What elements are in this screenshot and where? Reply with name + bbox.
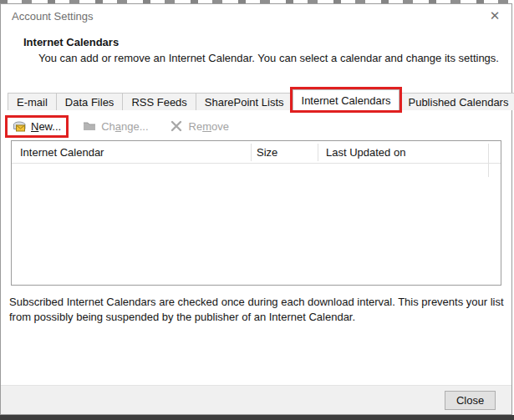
toolbar: New... Change... Remove: [8, 115, 234, 137]
dialog-footer: Close: [1, 385, 511, 414]
new-calendar-icon: [13, 120, 27, 133]
remove-x-icon: [170, 120, 185, 133]
background-bottom-strip: [0, 415, 514, 420]
tab-internet-calendars[interactable]: Internet Calendars: [293, 89, 400, 110]
tab-strip: E-mail Data Files RSS Feeds SharePoint L…: [8, 89, 506, 110]
remove-button-label: Remove: [189, 120, 229, 133]
tab-rss-feeds[interactable]: RSS Feeds: [122, 93, 196, 110]
column-header-size[interactable]: Size: [257, 146, 277, 159]
column-header-last-updated[interactable]: Last Updated on: [326, 146, 405, 159]
account-settings-dialog: Account Settings ✕ Internet Calendars Yo…: [0, 3, 512, 415]
column-divider: [488, 144, 489, 177]
subscription-note: Subscribed Internet Calendars are checke…: [9, 295, 506, 326]
list-header: Internet Calendar Size Last Updated on: [12, 141, 501, 164]
internet-calendars-list[interactable]: Internet Calendar Size Last Updated on: [11, 140, 501, 286]
title-bar: Account Settings ✕: [1, 4, 511, 26]
page-title: Internet Calendars: [23, 36, 119, 48]
tab-email[interactable]: E-mail: [8, 93, 57, 110]
tab-data-files[interactable]: Data Files: [56, 93, 124, 110]
new-button[interactable]: New...: [8, 118, 66, 135]
change-button-label: Change...: [101, 120, 148, 133]
page-description: You can add or remove an Internet Calend…: [38, 52, 499, 64]
change-button: Change...: [78, 118, 153, 135]
new-button-label: New...: [31, 120, 61, 133]
column-divider: [251, 144, 252, 161]
change-folder-icon: [83, 120, 97, 133]
column-header-internet-calendar[interactable]: Internet Calendar: [20, 146, 104, 159]
remove-button: Remove: [165, 118, 234, 135]
close-button[interactable]: Close: [445, 391, 496, 410]
tab-published-calendars[interactable]: Published Calendars: [399, 93, 514, 110]
tab-sharepoint-lists[interactable]: SharePoint Lists: [196, 93, 293, 110]
window-close-icon[interactable]: ✕: [487, 8, 502, 23]
window-title: Account Settings: [12, 10, 94, 23]
column-divider: [318, 144, 318, 161]
